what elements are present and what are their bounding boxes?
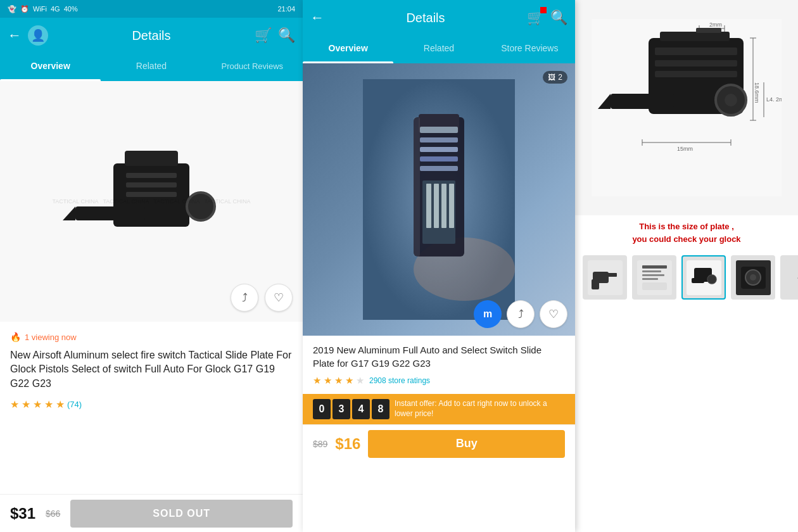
- star-2: ★: [22, 398, 30, 410]
- share-button-left[interactable]: ⤴: [231, 284, 258, 312]
- timer-text: Instant offer: Add to cart right now to …: [395, 399, 565, 419]
- svg-rect-13: [420, 137, 458, 142]
- buy-button[interactable]: Buy: [368, 430, 565, 458]
- svg-rect-5: [126, 182, 177, 187]
- svg-text:L4. 2mm: L4. 2mm: [766, 96, 782, 103]
- thumb-svg-3: [687, 260, 721, 295]
- right-product-image: 2mm 18.6mm 15mm: [575, 0, 798, 215]
- sold-out-button[interactable]: SOLD OUT: [70, 500, 293, 528]
- search-button-left[interactable]: 🔍: [278, 27, 295, 44]
- right-product-svg: 2mm 18.6mm 15mm: [592, 19, 782, 196]
- thumb-svg-4: [736, 260, 771, 295]
- svg-rect-15: [420, 156, 458, 162]
- panel-mid: ← Details 🛒 🔍 Overview Related Store Rev…: [303, 0, 575, 532]
- share-button-mid[interactable]: ⤴: [507, 300, 535, 328]
- mid-store-ratings: 2908 store ratings: [369, 376, 430, 385]
- mid-header: ← Details 🛒 🔍: [303, 0, 575, 35]
- svg-rect-1: [125, 151, 178, 166]
- left-header: ← 👤 Details 🛒 🔍: [0, 18, 303, 53]
- thumb-svg-5: ···: [785, 260, 799, 295]
- svg-rect-12: [420, 127, 458, 133]
- svg-rect-42: [611, 94, 674, 109]
- cart-badge: [540, 7, 547, 13]
- left-action-buttons: ⤴ ♡: [231, 284, 293, 312]
- thumbnail-5[interactable]: ···: [780, 255, 798, 300]
- mid-star-5: ★: [356, 375, 364, 386]
- thumb-svg-1: [588, 260, 623, 295]
- svg-rect-41: [655, 71, 737, 77]
- back-button-mid[interactable]: ←: [310, 10, 324, 26]
- tab-related-mid[interactable]: Related: [393, 35, 484, 63]
- svg-rect-51: [608, 273, 617, 277]
- svg-rect-16: [420, 166, 458, 171]
- mid-stars: ★ ★ ★ ★ ★ 2908 store ratings: [313, 375, 565, 386]
- thumbnail-4[interactable]: [731, 255, 775, 300]
- alarm-icon: ⏰: [20, 5, 29, 13]
- cart-button-mid[interactable]: 🛒: [527, 10, 544, 26]
- star-1: ★: [10, 398, 19, 410]
- tab-overview-mid[interactable]: Overview: [303, 35, 393, 63]
- left-product-info: 🔥 1 viewing now New Airsoft Aluminum sel…: [0, 322, 303, 494]
- svg-rect-38: [696, 28, 721, 33]
- svg-rect-57: [642, 282, 667, 290]
- wifi-icon: WiFi: [33, 5, 47, 13]
- left-product-image: TACTICAL CHINA TACTICAL CHINA TACTICAL C…: [0, 81, 303, 322]
- mid-bottom-bar: $89 $16 Buy: [303, 424, 575, 462]
- image-icon: 🖼: [548, 73, 555, 82]
- svg-rect-40: [655, 60, 737, 66]
- viewing-now: 🔥 1 viewing now: [10, 332, 293, 342]
- back-button[interactable]: ←: [8, 27, 22, 44]
- svg-point-61: [707, 275, 716, 284]
- svg-rect-54: [642, 270, 661, 272]
- search-button-mid[interactable]: 🔍: [550, 10, 567, 26]
- battery-level: 40%: [64, 5, 78, 13]
- size-line2: you could check your glock: [583, 233, 790, 246]
- digit-3: 8: [372, 399, 390, 419]
- mid-price-original: $89: [313, 439, 327, 449]
- left-stars: ★ ★ ★ ★ ★ (74): [10, 398, 293, 410]
- tab-product-reviews-left[interactable]: Product Reviews: [202, 53, 303, 81]
- svg-rect-50: [592, 279, 599, 289]
- mid-tabs: Overview Related Store Reviews: [303, 35, 575, 63]
- tab-related-left[interactable]: Related: [101, 53, 201, 81]
- messenger-button[interactable]: m: [474, 300, 502, 328]
- star-3: ★: [33, 398, 42, 410]
- mid-image-bg: [303, 63, 575, 336]
- panel-right: 2mm 18.6mm 15mm: [575, 0, 798, 532]
- svg-rect-2: [75, 206, 145, 220]
- svg-marker-7: [63, 206, 75, 220]
- left-tabs: Overview Related Product Reviews: [0, 53, 303, 81]
- svg-point-65: [750, 274, 756, 281]
- thumbnail-2[interactable]: [632, 255, 676, 300]
- share-icon: ⤴: [242, 291, 248, 305]
- watermark: TACTICAL CHINA TACTICAL CHINA TACTICAL C…: [50, 198, 253, 205]
- mid-product-image: 🖼 2 m ⤴ ♡: [303, 63, 575, 336]
- right-size-info: This is the size of plate , you could ch…: [575, 215, 798, 250]
- messenger-icon: m: [483, 308, 492, 320]
- tab-store-reviews-mid[interactable]: Store Reviews: [484, 35, 575, 63]
- digit-1: 3: [332, 399, 350, 419]
- wishlist-button-left[interactable]: ♡: [265, 284, 293, 312]
- price-current-left: $31: [10, 505, 35, 522]
- wishlist-button-mid[interactable]: ♡: [540, 300, 567, 328]
- left-header-title: Details: [54, 28, 248, 43]
- cart-button-left[interactable]: 🛒: [255, 27, 272, 44]
- tab-overview-left[interactable]: Overview: [0, 53, 101, 81]
- svg-rect-60: [692, 278, 704, 283]
- mid-header-title: Details: [331, 11, 521, 25]
- digit-0: 0: [313, 399, 331, 419]
- svg-text:18.6mm: 18.6mm: [754, 82, 760, 103]
- svg-rect-18: [426, 184, 431, 228]
- product-image-placeholder: TACTICAL CHINA TACTICAL CHINA TACTICAL C…: [50, 113, 253, 290]
- svg-point-45: [725, 94, 737, 106]
- svg-rect-14: [420, 147, 458, 152]
- thumbnail-3[interactable]: [681, 255, 726, 300]
- mid-star-4: ★: [345, 375, 353, 386]
- time-display: 21:04: [277, 5, 295, 13]
- svg-point-3: [187, 193, 215, 220]
- svg-text:15mm: 15mm: [677, 146, 693, 152]
- thumbnail-1[interactable]: [583, 255, 627, 300]
- svg-rect-4: [126, 173, 177, 178]
- status-bar-left: 👻 ⏰ WiFi 4G 40% 21:04: [0, 0, 303, 18]
- star-4: ★: [44, 398, 53, 410]
